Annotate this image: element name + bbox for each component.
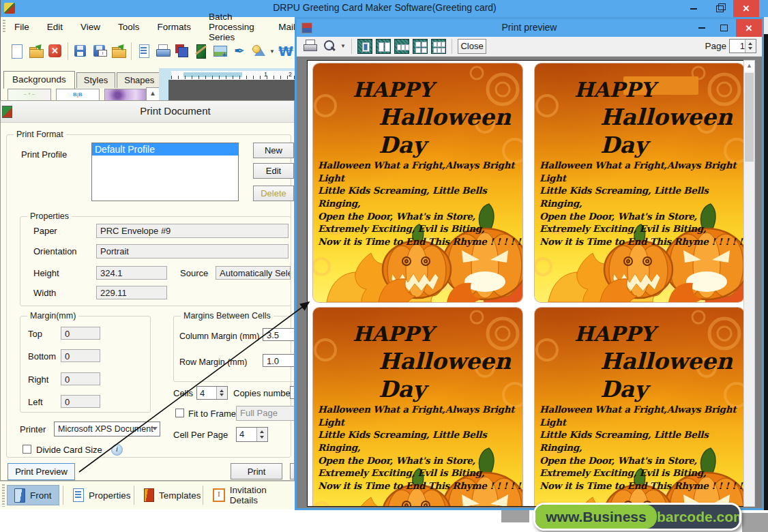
add-image-icon[interactable]: + xyxy=(212,43,228,59)
tabstrip-gripper xyxy=(2,484,5,507)
width-label: Width xyxy=(33,288,56,298)
menu-file[interactable]: File xyxy=(14,22,29,32)
six-pages-icon[interactable] xyxy=(431,39,446,54)
edit-button[interactable]: Edit xyxy=(253,163,294,179)
tab-front[interactable]: Front xyxy=(7,485,59,505)
thumbnail-scroll-up-button[interactable]: ▲ xyxy=(146,87,160,101)
tab-templates[interactable]: Templates xyxy=(137,485,208,505)
layers-icon[interactable] xyxy=(174,43,190,59)
page-label: Page xyxy=(705,41,726,51)
one-page-icon[interactable] xyxy=(357,39,372,54)
restore-button[interactable] xyxy=(710,0,729,17)
print-document-dialog: Print Document Print Format Print Profil… xyxy=(0,100,295,481)
spinner-arrows[interactable] xyxy=(256,428,267,441)
card-title-line1: HAPPY xyxy=(353,321,522,347)
close-button[interactable]: ✕ xyxy=(733,0,759,17)
tab-templates-label: Templates xyxy=(159,490,201,501)
margin-top-field[interactable]: 0 xyxy=(61,327,100,340)
menu-tools[interactable]: Tools xyxy=(118,22,140,32)
height-field[interactable]: 324.1 xyxy=(96,266,167,280)
zoom-dropdown-caret[interactable]: ▼ xyxy=(340,39,346,54)
print-preview-window: Print preview ✕ ▼ Close Page 1 xyxy=(295,17,764,510)
vertical-scrollbar[interactable]: ▲ xyxy=(743,60,755,507)
copies-number-label: Copies number xyxy=(233,388,293,398)
print-preview-button[interactable]: Print Preview xyxy=(8,463,75,480)
new-button[interactable]: New xyxy=(253,143,294,158)
minimize-button[interactable] xyxy=(684,0,703,17)
tab-invitation-details[interactable]: I Invitation Details xyxy=(206,485,295,505)
margin-right-field[interactable]: 0 xyxy=(61,372,100,385)
margin-bottom-field[interactable]: 0 xyxy=(61,349,100,362)
document-icon[interactable] xyxy=(136,43,152,59)
preview-maximize-button[interactable] xyxy=(714,19,733,37)
shapes-icon[interactable] xyxy=(250,43,267,59)
zoom-icon[interactable] xyxy=(322,39,337,54)
save-as-icon[interactable]: I xyxy=(91,43,108,59)
menu-view[interactable]: View xyxy=(80,22,100,32)
spinner-arrows[interactable] xyxy=(745,40,756,53)
toolbar-separator xyxy=(68,42,68,60)
scroll-up-icon[interactable]: ▲ xyxy=(744,61,754,72)
print-button[interactable]: Print xyxy=(231,463,282,479)
tab-backgrounds[interactable]: Backgrounds xyxy=(3,71,75,89)
poem-line: Now it is Time to End This Rhyme ! ! ! !… xyxy=(318,235,521,248)
scrollbar-thumb[interactable] xyxy=(745,73,754,162)
main-titlebar: DRPU Greeting Card Maker Software(Greeti… xyxy=(1,0,768,17)
preview-close-toolbar-button[interactable]: Close xyxy=(458,39,486,54)
copies-number-field[interactable]: 1 xyxy=(290,386,295,399)
poem-line: Halloween What a Fright,Always Bright Li… xyxy=(318,403,521,428)
page-spinner[interactable]: 1 xyxy=(729,39,756,53)
row-margin-field[interactable]: 1.0 xyxy=(263,354,295,367)
new-document-icon[interactable] xyxy=(9,43,25,59)
preview-print-icon[interactable] xyxy=(302,39,319,54)
source-field[interactable]: Automatically Selec xyxy=(216,266,291,280)
preview-page: HAPPY Halloween Day Halloween What a Fri… xyxy=(307,60,749,507)
tab-styles[interactable]: Styles xyxy=(76,72,115,88)
edit-card-icon[interactable] xyxy=(193,43,209,59)
column-margin-field[interactable]: 3.5 xyxy=(263,328,295,341)
orientation-field[interactable]: Portrait xyxy=(96,244,289,258)
open-folder-icon[interactable] xyxy=(28,43,44,59)
save-icon[interactable] xyxy=(72,43,89,59)
preview-minimize-button[interactable] xyxy=(692,19,711,37)
preview-close-button[interactable]: ✕ xyxy=(736,19,762,37)
menu-formats[interactable]: Formats xyxy=(158,22,192,32)
card-title-line2: Halloween Day xyxy=(600,103,744,160)
watermark-right: barcode.com xyxy=(657,505,739,529)
cells-spinner[interactable]: 4 xyxy=(196,386,228,400)
width-field[interactable]: 229.11 xyxy=(96,286,167,299)
close-document-icon[interactable]: ✕ xyxy=(47,43,63,59)
greeting-card-preview: HAPPY Halloween Day Halloween What a Fri… xyxy=(535,63,744,302)
import-folder-icon[interactable] xyxy=(110,43,127,59)
pen-icon[interactable]: ✒ xyxy=(231,43,248,59)
menu-mail[interactable]: Mail xyxy=(278,22,295,32)
preview-content: HAPPY Halloween Day Halloween What a Fri… xyxy=(297,57,762,508)
four-pages-icon[interactable] xyxy=(413,39,428,54)
three-pages-icon[interactable] xyxy=(394,39,409,54)
tab-shapes[interactable]: Shapes xyxy=(117,72,162,88)
tab-properties[interactable]: Properties xyxy=(66,485,138,505)
printer-label: Printer xyxy=(20,424,46,434)
menu-edit[interactable]: Edit xyxy=(47,22,63,32)
printer-combo[interactable]: Microsoft XPS Document xyxy=(54,422,160,437)
profile-item-selected[interactable]: Default Profile xyxy=(92,143,238,156)
info-icon[interactable]: i xyxy=(111,444,123,456)
fit-to-frame-checkbox[interactable] xyxy=(175,409,184,417)
delete-button[interactable]: Delete xyxy=(253,186,294,201)
paper-field[interactable]: PRC Envelope #9 xyxy=(96,224,289,238)
margin-left-field[interactable]: 0 xyxy=(61,395,100,408)
card-title: HAPPY Halloween Day xyxy=(313,321,522,403)
poem-line: Extremely Exciting, Evil is Biting, xyxy=(318,222,521,235)
two-pages-icon[interactable] xyxy=(376,39,391,54)
poem-line: Now it is Time to End This Rhyme ! ! ! !… xyxy=(540,235,743,248)
cut-off-button[interactable] xyxy=(290,463,295,479)
spinner-arrows[interactable] xyxy=(216,387,227,399)
print-icon[interactable] xyxy=(155,43,171,59)
window-right-edge xyxy=(764,34,768,510)
gray-block xyxy=(501,509,529,522)
shapes-dropdown-caret[interactable]: ▼ xyxy=(269,43,275,59)
print-profile-list[interactable]: Default Profile xyxy=(91,143,239,201)
cell-per-page-spinner[interactable]: 4 xyxy=(236,427,268,442)
watermark-icon[interactable]: ₩ xyxy=(278,43,294,59)
divide-card-size-checkbox[interactable] xyxy=(23,445,31,454)
